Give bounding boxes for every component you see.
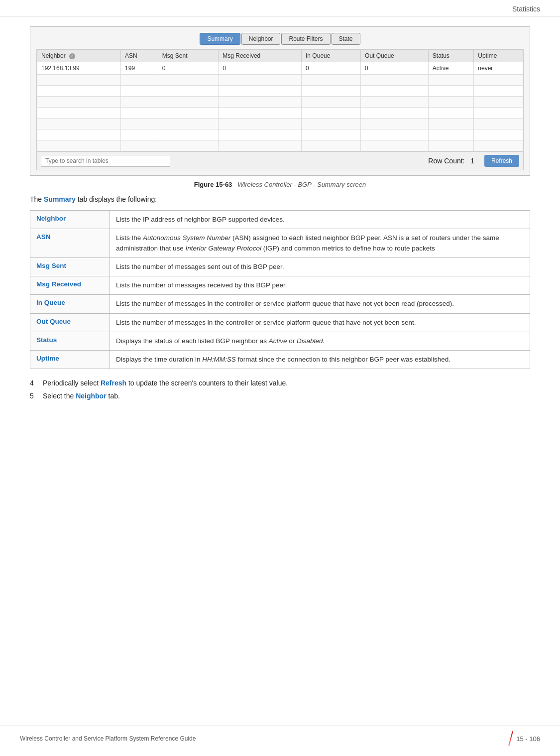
figure-number: Figure 15-63 — [194, 181, 232, 188]
desc-term: Msg Sent — [30, 257, 110, 276]
tab-state[interactable]: State — [332, 33, 360, 45]
col-status: Status — [428, 50, 474, 62]
desc-definition: Displays the status of each listed BGP n… — [110, 332, 530, 350]
search-input[interactable] — [41, 155, 170, 167]
desc-term: In Queue — [30, 295, 110, 313]
footer-left-text: Wireless Controller and Service Platform… — [20, 735, 196, 742]
desc-term: Msg Received — [30, 276, 110, 295]
tabs-row: Summary Neighbor Route Filters State — [36, 33, 524, 45]
col-uptime: Uptime — [474, 50, 523, 62]
intro-highlight: Summary — [44, 195, 76, 203]
desc-table-row: Msg SentLists the number of messages sen… — [30, 257, 530, 276]
numbered-step: 5Select the Neighbor tab. — [30, 392, 530, 400]
step-highlight: Refresh — [101, 379, 126, 387]
search-row: Row Count: 1 Refresh — [37, 151, 523, 170]
step-text: Periodically select Refresh to update th… — [43, 379, 288, 387]
description-table: NeighborLists the IP address of neighbor… — [30, 210, 530, 369]
col-out-queue: Out Queue — [361, 50, 429, 62]
desc-definition: Lists the Autonomous System Number (ASN)… — [110, 229, 530, 258]
steps-container: 4Periodically select Refresh to update t… — [30, 379, 530, 400]
desc-table-row: ASNLists the Autonomous System Number (A… — [30, 229, 530, 258]
table-row — [37, 140, 523, 151]
footer-divider — [508, 731, 513, 746]
desc-term: Status — [30, 332, 110, 350]
table-row: 192.168.13.99 199 0 0 0 0 Active never — [37, 62, 523, 75]
col-msg-received: Msg Received — [219, 50, 302, 62]
desc-definition: Lists the IP address of neighbor BGP sup… — [110, 211, 530, 229]
table-row — [37, 75, 523, 86]
step-highlight: Neighbor — [76, 392, 106, 400]
desc-table-row: StatusDisplays the status of each listed… — [30, 332, 530, 350]
numbered-step: 4Periodically select Refresh to update t… — [30, 379, 530, 387]
cell-in-queue: 0 — [302, 62, 361, 75]
desc-table-row: In QueueLists the number of messages in … — [30, 295, 530, 313]
step-text: Select the Neighbor tab. — [43, 392, 120, 400]
intro-text: The Summary tab displays the following: — [30, 195, 530, 203]
bgp-summary-table: Neighbor ○ ASN Msg Sent Msg Received In … — [37, 49, 523, 151]
refresh-button[interactable]: Refresh — [484, 155, 519, 167]
tab-summary[interactable]: Summary — [200, 33, 240, 45]
page-header: Statistics — [0, 0, 560, 16]
table-header-row: Neighbor ○ ASN Msg Sent Msg Received In … — [37, 50, 523, 62]
cell-asn: 199 — [121, 62, 158, 75]
tab-route-filters[interactable]: Route Filters — [281, 33, 330, 45]
table-row — [37, 86, 523, 97]
cell-msg-received: 0 — [219, 62, 302, 75]
desc-definition: Displays the time duration in HH:MM:SS f… — [110, 351, 530, 369]
col-in-queue: In Queue — [302, 50, 361, 62]
desc-term: ASN — [30, 229, 110, 258]
figure-caption: Figure 15-63 Wireless Controller - BGP -… — [30, 181, 530, 188]
desc-table-row: Msg ReceivedLists the number of messages… — [30, 276, 530, 295]
cell-msg-sent: 0 — [158, 62, 218, 75]
desc-definition: Lists the number of messages in the cont… — [110, 313, 530, 332]
desc-definition: Lists the number of messages sent out of… — [110, 257, 530, 276]
main-content: Summary Neighbor Route Filters State Nei… — [0, 16, 560, 425]
sort-icon[interactable]: ○ — [69, 53, 75, 59]
desc-term: Uptime — [30, 351, 110, 369]
step-number: 5 — [30, 392, 39, 400]
row-count-area: Row Count: 1 Refresh — [428, 155, 519, 167]
figure-caption-text: Wireless Controller - BGP - Summary scre… — [237, 181, 366, 188]
cell-out-queue: 0 — [361, 62, 429, 75]
footer-right-area: 15 - 106 — [510, 731, 540, 746]
cell-uptime: never — [474, 62, 523, 75]
cell-status: Active — [428, 62, 474, 75]
desc-table-row: NeighborLists the IP address of neighbor… — [30, 211, 530, 229]
step-number: 4 — [30, 379, 39, 387]
footer-page-number: 15 - 106 — [516, 735, 540, 743]
table-row — [37, 108, 523, 119]
desc-table-row: Out QueueLists the number of messages in… — [30, 313, 530, 332]
desc-definition: Lists the number of messages in the cont… — [110, 295, 530, 313]
row-count-label: Row Count: 1 — [428, 157, 474, 165]
desc-definition: Lists the number of messages received by… — [110, 276, 530, 295]
header-title: Statistics — [512, 5, 540, 13]
table-row — [37, 129, 523, 140]
table-row — [37, 97, 523, 108]
cell-neighbor: 192.168.13.99 — [37, 62, 121, 75]
page-footer: Wireless Controller and Service Platform… — [0, 726, 560, 746]
screenshot-box: Summary Neighbor Route Filters State Nei… — [30, 26, 530, 176]
table-row — [37, 119, 523, 129]
inner-table-container: Neighbor ○ ASN Msg Sent Msg Received In … — [36, 49, 524, 170]
row-count-value: 1 — [470, 157, 474, 165]
col-msg-sent: Msg Sent — [158, 50, 218, 62]
col-neighbor: Neighbor ○ — [37, 50, 121, 62]
col-asn: ASN — [121, 50, 158, 62]
desc-term: Neighbor — [30, 211, 110, 229]
desc-table-row: UptimeDisplays the time duration in HH:M… — [30, 351, 530, 369]
tab-neighbor[interactable]: Neighbor — [241, 33, 281, 45]
desc-term: Out Queue — [30, 313, 110, 332]
